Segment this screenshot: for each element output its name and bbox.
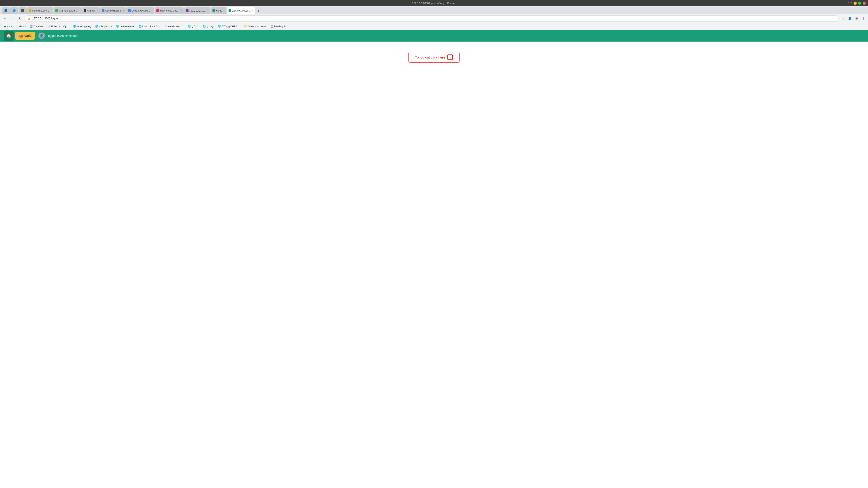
bookmark-mirkar-label: میر کار [192,25,199,28]
reading-list-icon: 📋 [270,25,273,28]
win-minimize[interactable] [854,2,857,5]
fooshfa-icon: 🌐 [95,25,98,28]
tab-persian-close[interactable]: × [207,9,209,12]
tab-google-hacking-2-close[interactable]: × [151,9,153,12]
tab-how-to-use[interactable]: How To Use Goo… × [155,7,184,14]
user-icon: 👤 [39,34,43,37]
tab-mthri-label: mthri/dfp-persia… [59,9,77,12]
tab-bit-orbit[interactable]: bit-orbit/fa.doc… × [27,7,53,14]
guid-icon: 📦 [19,34,23,38]
url-text: 127.0.0.1:8000/logout [32,17,836,20]
bookmark-torrent-label: torrent galaxy [77,25,91,28]
bookmark-other[interactable]: 📁 Other bookmarks [242,24,268,28]
bookmark-apps[interactable]: ⊞ Apps [2,25,14,28]
boostan-icon: 🌐 [203,25,206,28]
tab-pin-3[interactable] [19,7,27,14]
guid-label: Guid [24,34,32,37]
tab-pin-2[interactable] [10,7,18,14]
tab-logout-close[interactable]: × [252,9,253,12]
tab-google-hacking-1[interactable]: Google Hacking × [100,7,126,14]
tab-bit-orbit-label: bit-orbit/fa.doc… [32,9,49,12]
bookmark-translate[interactable]: 🔤 Translate [28,24,45,28]
bookmark-icono-label: icono | Pure C… [143,25,160,28]
extensions-icon[interactable]: ⊞ [854,15,860,22]
tab-mthri[interactable]: mthri/dfp-persia… × [54,7,81,14]
app-home-button[interactable]: 🏠 [4,31,13,41]
tab-google-hacking-2-label: Google Hacking… [131,9,150,12]
intro-icon: 📖 [164,25,167,28]
reload-button[interactable]: ↻ [17,15,24,22]
bookmark-boostan-label: بوستان [207,25,214,28]
gmail-icon: M [17,25,19,28]
bookmark-fooshfa[interactable]: 🌐 فوشفا | خانه [93,24,114,28]
forward-button[interactable]: → [9,15,16,22]
logout-button[interactable]: To log out click here › [408,52,460,63]
translate-icon: 🔤 [30,25,33,28]
bookmark-btdigg-label: BTDigg DHT S… [222,25,240,28]
back-button[interactable]: ← [2,15,8,22]
bookmark-gmail[interactable]: M Gmail [15,25,27,28]
bookmark-icono[interactable]: 🌐 icono | Pure C… [137,24,162,28]
tab-home-label: Home [216,9,222,12]
bookmark-boostan[interactable]: 🌐 بوستان [201,24,216,28]
tab-bit-orbit-close[interactable]: × [50,9,52,12]
bookmarks-bar: ⊞ Apps M Gmail 🔤 Translate 📝 Editor.md -… [0,23,868,30]
tab-google-hacking-2[interactable]: Google Hacking… × [126,7,154,14]
tab-how-to-use-close[interactable]: × [181,9,182,12]
tab-home[interactable]: Home × [211,7,227,14]
lock-icon: 🔒 [28,17,31,20]
bookmark-introduction[interactable]: 📖 Introduction -… [162,24,186,28]
editormd-icon: 📝 [48,25,51,28]
bookmark-editormd[interactable]: 📝 Editor.md - Op… [46,24,71,28]
window-title: 127.0.0.1:8000/logout - Google Chrome [412,2,456,4]
tab-google-hacking-1-close[interactable]: × [123,9,124,12]
logout-section: To log out click here › [332,46,536,68]
user-avatar: 👤 [38,33,45,39]
tab-logout-label: 127.0.0.1:8000/l… [232,9,251,12]
bookmark-btdigg[interactable]: 🌐 BTDigg DHT S… [216,24,242,28]
tab-persian[interactable]: جایی برای نوشتن × [184,7,210,14]
window-controls-info: 13:16 [846,2,852,4]
tab-how-to-use-label: How To Use Goo… [160,9,179,12]
tab-gitbook-label: GitBook [87,9,95,12]
tab-logout[interactable]: 127.0.0.1:8000/l… × [227,7,255,14]
tab-gitbook[interactable]: GitBook × [82,7,100,14]
tab-mthri-close[interactable]: × [79,9,80,12]
logout-button-label: To log out click here [415,55,445,59]
bookmark-translate-label: Translate [33,25,43,28]
app-guid-button[interactable]: 📦 Guid [16,32,35,40]
bookmark-mirkar[interactable]: 🌐 میر کار [186,24,200,28]
tab-pin-1[interactable] [2,7,10,14]
bookmark-reading-list[interactable]: 📋 Reading list [269,24,288,28]
apps-icon: ⊞ [4,25,6,28]
logout-arrow-icon: › [447,55,453,60]
address-bar[interactable]: 🔒 127.0.0.1:8000/logout [25,15,839,22]
bookmark-editormd-label: Editor.md - Op… [51,25,69,28]
profile-icon[interactable]: 👤 [847,15,852,22]
home-icon: 🏠 [6,33,11,38]
browser-window: 127.0.0.1:8000/logout - Google Chrome 13… [0,0,868,488]
mirkar-icon: 🌐 [188,25,191,28]
navigation-bar: ← → ↻ 🔒 127.0.0.1:8000/logout ☆ 👤 ⊞ ⋮ [0,14,868,23]
nav-icons: ☆ 👤 ⊞ ⋮ [840,15,866,22]
new-tab-button[interactable]: + [255,8,262,14]
main-content: To log out click here › [0,41,868,488]
win-close[interactable] [863,2,866,5]
win-maximize[interactable] [858,2,861,5]
user-label: Logged In As mshabane [46,34,78,37]
bookmark-persian-comic[interactable]: 🌐 persian comic [114,24,136,28]
btdigg-icon: 🌐 [218,25,221,28]
bookmark-torrent[interactable]: 🌐 torrent galaxy [71,24,93,28]
icono-icon: 🌐 [138,25,142,28]
bookmark-fooshfa-label: فوشفا | خانه [99,25,112,28]
bottom-divider [332,68,536,68]
tab-bar: bit-orbit/fa.doc… × mthri/dfp-persia… × … [0,6,868,14]
more-icon[interactable]: ⋮ [860,15,866,22]
bookmark-icon[interactable]: ☆ [840,15,846,22]
tab-gitbook-close[interactable]: × [96,9,98,12]
tab-persian-label: جایی برای نوشتن [189,9,206,12]
tab-home-close[interactable]: × [223,9,225,12]
folder-icon: 📁 [244,25,247,28]
bookmark-apps-label: Apps [7,25,12,28]
bookmark-introduction-label: Introduction -… [168,25,184,28]
